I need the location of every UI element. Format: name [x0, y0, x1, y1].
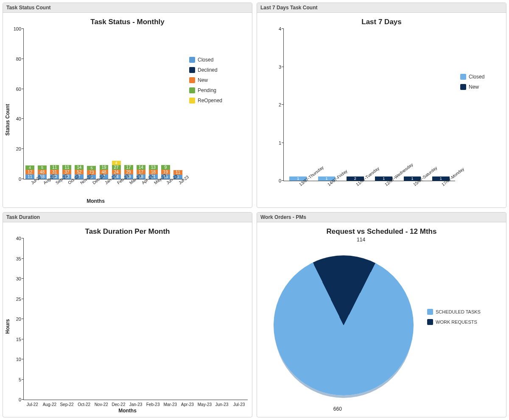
y-tick: 100 — [8, 26, 21, 31]
legend-pie: SCHEDULED TASKSWORK REQUESTS — [427, 237, 503, 414]
xlabel-duration: Months — [6, 408, 249, 414]
y-tick: 4 — [268, 26, 281, 31]
y-tick: 80 — [8, 56, 21, 62]
legend-item[interactable]: ReOpened — [189, 98, 246, 104]
chart-title-workorders: Request vs Scheduled - 12 Mths — [260, 227, 503, 236]
x-tick: Jul-23 — [233, 402, 245, 407]
bar-segment-pending[interactable]: 4 — [25, 165, 34, 170]
legend-task-status: ClosedDeclinedNewPendingReOpened — [186, 27, 249, 204]
x-tick: Dec-22 — [112, 402, 125, 407]
legend-swatch-icon — [189, 67, 195, 73]
plot-task-status[interactable]: Status Count 111241848520311123371175214… — [23, 29, 184, 179]
panel-duration: Task Duration Task Duration Per Month Ho… — [3, 212, 252, 417]
x-tick: May-23 — [198, 402, 212, 407]
y-tick: 15 — [8, 337, 21, 342]
x-tick: Apr-23 — [181, 402, 194, 407]
chart-title-duration: Task Duration Per Month — [6, 227, 249, 236]
x-tick: Jan-23 — [129, 402, 143, 407]
bar-segment-new[interactable]: 31 — [50, 170, 59, 174]
y-tick: 35 — [8, 256, 21, 261]
legend-swatch-icon — [189, 87, 195, 93]
chart-title-task-status: Task Status - Monthly — [6, 18, 249, 26]
y-tick: 10 — [8, 357, 21, 362]
bar-segment-pending[interactable]: 9 — [161, 165, 170, 170]
bar-segment-pending[interactable]: 11 — [50, 165, 59, 170]
bar-segment-pending[interactable]: 5 — [38, 165, 47, 170]
bar-segment-closed[interactable]: 11 — [25, 174, 34, 179]
panel-workorders: Work Orders - PMs Request vs Scheduled -… — [257, 212, 506, 417]
legend-label: ReOpened — [198, 98, 222, 104]
bar-column[interactable]: 11124 — [25, 165, 34, 179]
legend-swatch-icon — [189, 77, 195, 83]
panel-body-task-status: Task Status - Monthly Status Count 11124… — [3, 13, 252, 207]
x-tick: Aug-22 — [43, 402, 56, 407]
y-tick: 40 — [8, 236, 21, 241]
bar-segment-new[interactable]: 48 — [38, 170, 47, 174]
y-tick: 2 — [268, 102, 281, 107]
legend-swatch-icon — [460, 84, 466, 90]
bar-segment-pending[interactable]: 19 — [100, 165, 109, 170]
y-tick: 60 — [8, 87, 21, 92]
legend-label: SCHEDULED TASKS — [436, 309, 481, 314]
bar-segment-pending[interactable]: 27 — [112, 165, 121, 170]
panel-task-status: Task Status Count Task Status - Monthly … — [3, 3, 252, 208]
legend-label: WORK REQUESTS — [436, 319, 477, 325]
x-tick: Jul-22 — [27, 402, 38, 407]
pie-label-work-requests: 114 — [357, 237, 365, 243]
y-tick: 20 — [8, 316, 21, 322]
y-tick: 3 — [268, 64, 281, 70]
bar-segment-pending[interactable]: 13 — [149, 165, 158, 170]
legend-item[interactable]: SCHEDULED TASKS — [427, 309, 503, 315]
legend-swatch-icon — [427, 309, 433, 315]
bar-segment-new[interactable]: 37 — [62, 170, 71, 174]
bar-segment-pending[interactable]: 11 — [62, 165, 71, 170]
panel-header-duration: Task Duration — [3, 213, 252, 222]
bar-segment-pending[interactable]: 14 — [75, 165, 84, 170]
x-tick: Nov-22 — [95, 402, 108, 407]
bar-segment-pending[interactable]: 17 — [124, 165, 133, 170]
legend-label: Closed — [198, 57, 213, 63]
bar-segment-reopened[interactable]: 4 — [112, 161, 121, 165]
legend-item[interactable]: Pending — [189, 87, 246, 93]
legend-label: New — [469, 84, 479, 90]
bar-segment-pending[interactable]: 14 — [137, 165, 145, 170]
y-tick: 5 — [8, 377, 21, 382]
y-tick: 1 — [268, 140, 281, 146]
legend-swatch-icon — [189, 98, 195, 104]
plot-pie[interactable]: 114660 — [260, 237, 427, 414]
legend-item[interactable]: New — [189, 77, 246, 83]
legend-label: New — [198, 77, 208, 83]
legend-swatch-icon — [427, 319, 433, 325]
y-tick: 30 — [8, 276, 21, 281]
y-tick: 20 — [8, 146, 21, 151]
legend-item[interactable]: WORK REQUESTS — [427, 319, 503, 325]
x-tick: Oct-22 — [78, 402, 90, 407]
y-tick: 25 — [8, 297, 21, 302]
panel-header-task-status: Task Status Count — [3, 3, 252, 13]
panel-last7: Last 7 Days Task Count Last 7 Days 11211… — [257, 3, 506, 208]
bar-segment-pending[interactable]: 5 — [87, 166, 96, 170]
y-tick: 40 — [8, 116, 21, 121]
chart-title-last7: Last 7 Days — [260, 18, 503, 26]
plot-last7[interactable]: 112111 0123413/07-Thursday14/07-Friday11… — [283, 29, 455, 181]
x-tick: Feb-23 — [146, 402, 160, 407]
y-tick: 0 — [8, 397, 21, 402]
legend-item[interactable]: Declined — [189, 67, 246, 73]
legend-label: Closed — [469, 74, 484, 80]
legend-label: Declined — [198, 67, 218, 73]
x-tick: Sep-22 — [60, 402, 73, 407]
legend-item[interactable]: Closed — [189, 57, 246, 63]
bar-segment-new[interactable]: 12 — [25, 170, 34, 174]
panel-header-workorders: Work Orders - PMs — [257, 213, 506, 222]
pie-chart[interactable] — [274, 255, 414, 395]
legend-item[interactable]: New — [460, 84, 500, 90]
bar-segment-new[interactable]: 52 — [75, 170, 84, 174]
x-tick: Jun-23 — [215, 402, 229, 407]
panel-body-last7: Last 7 Days 112111 0123413/07-Thursday14… — [257, 13, 506, 207]
legend-label: Pending — [198, 87, 216, 93]
legend-item[interactable]: Closed — [460, 74, 500, 80]
y-tick: 0 — [268, 178, 281, 183]
legend-swatch-icon — [460, 74, 466, 80]
plot-duration[interactable]: Hours 0510152025303540Jul-22Aug-22Sep-22… — [23, 238, 248, 400]
y-tick: 0 — [8, 176, 21, 182]
